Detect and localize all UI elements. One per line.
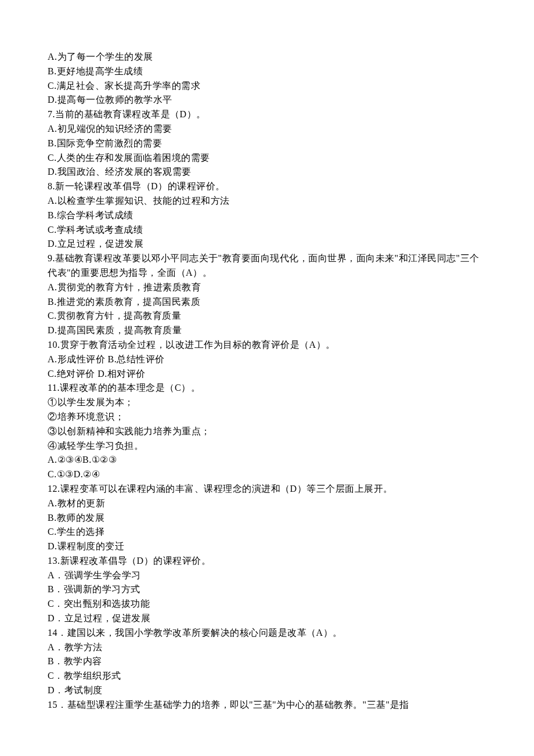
text-line: 15．基础型课程注重学生基础学力的培养，即以"三基"为中心的基础教养。"三基"是…: [48, 698, 486, 712]
text-line: A.初见端倪的知识经济的需要: [48, 122, 486, 136]
text-line: B.综合学科考试成绩: [48, 208, 486, 223]
text-line: A．教学方法: [48, 640, 486, 655]
text-line: ①以学生发展为本；: [48, 395, 486, 410]
text-line: D.立足过程，促进发展: [48, 237, 486, 251]
text-line: C．突出甄别和选拔功能: [48, 597, 486, 611]
text-line: C.满足社会、家长提高升学率的需求: [48, 79, 486, 93]
text-line: 12.课程变革可以在课程内涵的丰富、课程理念的演进和（D）等三个层面上展开。: [48, 482, 486, 496]
text-line: D.提高国民素质，提高教育质量: [48, 323, 486, 338]
text-line: A.为了每一个学生的发展: [48, 50, 486, 64]
text-line: C．教学组织形式: [48, 669, 486, 683]
text-line: C.贯彻教育方针，提高教育质量: [48, 309, 486, 323]
text-line: 13.新课程改革倡导（D）的课程评价。: [48, 554, 486, 568]
text-line: A.以检查学生掌握知识、技能的过程和方法: [48, 194, 486, 208]
text-line: ④减轻学生学习负担。: [48, 439, 486, 453]
text-line: D.课程制度的变迁: [48, 539, 486, 554]
text-line: 14．建国以来，我国小学教学改革所要解决的核心问题是改革（A）。: [48, 626, 486, 640]
text-line: D.提高每一位教师的教学水平: [48, 93, 486, 107]
text-line: A.教材的更新: [48, 496, 486, 511]
text-line: 11.课程改革的的基本理念是（C）。: [48, 381, 486, 395]
text-line: A．强调学生学会学习: [48, 568, 486, 583]
text-line: ③以创新精神和实践能力培养为重点；: [48, 424, 486, 439]
document-page: A.为了每一个学生的发展B.更好地提高学生成绩C.满足社会、家长提高升学率的需求…: [0, 0, 534, 756]
text-line: B.国际竞争空前激烈的需要: [48, 136, 486, 151]
text-line: C.学生的选择: [48, 525, 486, 539]
text-line: C.①③D.②④: [48, 467, 486, 482]
text-line: B.教师的发展: [48, 511, 486, 525]
text-line: 7.当前的基础教育课程改革是（D）。: [48, 107, 486, 122]
text-line: A.贯彻党的教育方针，推进素质教育: [48, 280, 486, 295]
text-line: 9.基础教育课程改革要以邓小平同志关于"教育要面向现代化，面向世界，面向未来"和…: [48, 251, 486, 280]
text-line: D．立足过程，促进发展: [48, 611, 486, 626]
text-line: D．考试制度: [48, 683, 486, 698]
text-line: B．教学内容: [48, 654, 486, 669]
text-line: A.形成性评价 B.总结性评价: [48, 352, 486, 367]
text-line: 10.贯穿于教育活动全过程，以改进工作为目标的教育评价是（A）。: [48, 338, 486, 352]
text-line: C.绝对评价 D.相对评价: [48, 367, 486, 381]
text-line: 8.新一轮课程改革倡导（D）的课程评价。: [48, 179, 486, 194]
text-line: D.我国政治、经济发展的客观需要: [48, 165, 486, 179]
text-line: B.推进党的素质教育，提高国民素质: [48, 295, 486, 309]
text-line: A.②③④B.①②③: [48, 453, 486, 467]
text-line: B.更好地提高学生成绩: [48, 64, 486, 79]
text-line: C.人类的生存和发展面临着困境的需要: [48, 151, 486, 165]
text-line: B．强调新的学习方式: [48, 582, 486, 597]
text-line: ②培养环境意识；: [48, 410, 486, 424]
text-line: C.学科考试或考查成绩: [48, 223, 486, 237]
